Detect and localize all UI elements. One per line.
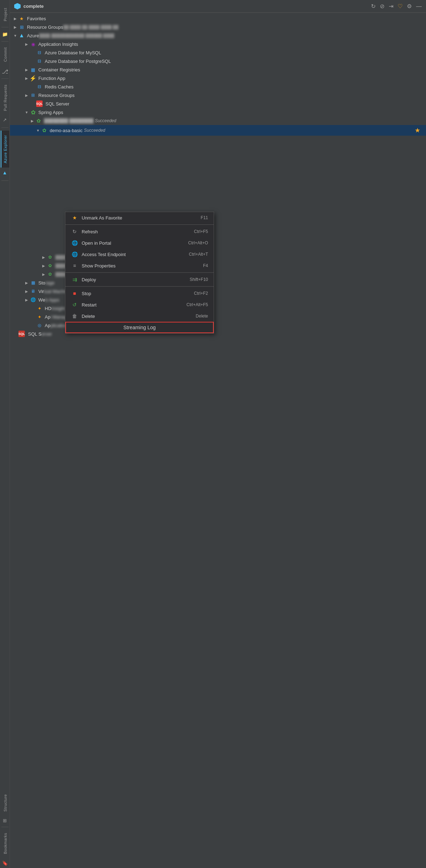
hd-label: HDInsight (45, 306, 65, 311)
mysql-label: Azure Database for MySQL (45, 50, 101, 55)
export-button[interactable]: ⇥ (389, 3, 393, 10)
azure-icon-tab[interactable]: ▲ (1, 168, 9, 178)
spring-instance-icon: ✿ (36, 118, 42, 124)
deploy-label: Deploy (82, 277, 190, 282)
tree-item-resource-groups-2[interactable]: ▶ ⊞ Resource Groups (10, 91, 426, 99)
filter-button[interactable]: ⊘ (380, 3, 384, 10)
spring-2-favorite-star[interactable]: ★ (412, 126, 423, 134)
sidebar-tab-structure[interactable]: Structure (1, 790, 9, 816)
favorite-button[interactable]: ♡ (398, 3, 403, 10)
context-menu-show-properties[interactable]: ≡ Show Properties F4 (65, 260, 214, 271)
sql-icon: SQL (36, 101, 43, 107)
access-test-shortcut: Ctrl+Alt+T (189, 252, 208, 257)
folder-icon[interactable]: 📁 (1, 29, 9, 40)
storage-icon: ▦ (30, 280, 36, 286)
context-menu-open-portal[interactable]: 🌐 Open in Portal Ctrl+Alt+O (65, 237, 214, 249)
chevron-right-icon: ▶ (13, 16, 18, 21)
tree-content: ▶ ★ Favorites ▶ ⊞ Resource Groups ██ ███… (10, 13, 426, 868)
separator-3 (65, 286, 214, 287)
tree-item-container-registries[interactable]: ▶ ▦ Container Registries (10, 65, 426, 74)
tree-item-redis[interactable]: ⊟ Redis Caches (10, 82, 426, 91)
unmark-favorite-label: Unmark As Favorite (82, 215, 201, 221)
spring-1-status: Succeeded (95, 118, 116, 123)
tree-item-postgresql[interactable]: ⊟ Azure Database for PostgreSQL (10, 57, 426, 65)
context-menu-stop[interactable]: ■ Stop Ctrl+F2 (65, 288, 214, 299)
sidebar-tab-commit[interactable]: Commit (1, 43, 9, 66)
context-menu-access-test[interactable]: 🌐 Access Test Endpoint Ctrl+Alt+T (65, 249, 214, 260)
context-menu-delete[interactable]: 🗑 Delete Delete (65, 310, 214, 322)
sidebar-tab-pull-requests[interactable]: Pull Requests (1, 80, 9, 115)
delete-label: Delete (82, 314, 196, 319)
tree-item-azure[interactable]: ▼ ▲ Azure ████ ████████████ ██████ ████ (10, 31, 426, 40)
app-insights-label: Application Insights (38, 42, 78, 47)
separator-1 (65, 224, 214, 225)
globe-icon: 🌐 (71, 240, 78, 246)
sidebar-tab-bookmarks[interactable]: Bookmarks (1, 829, 9, 858)
app-insights-icon: ◉ (30, 41, 36, 47)
vm-icon: 🖥 (30, 288, 36, 294)
favorites-label: Favorites (27, 16, 46, 21)
chevron-down-icon: ▼ (36, 128, 40, 133)
sql-s-icon: SQL (18, 331, 25, 337)
spring-2-status: Succeeded (84, 128, 105, 133)
context-menu-unmark-favorite[interactable]: ★ Unmark As Favorite F11 (65, 212, 214, 223)
context-menu-deploy[interactable]: ⇉ Deploy Shift+F10 (65, 274, 214, 285)
restart-icon: ↺ (71, 302, 78, 308)
restart-shortcut: Ctrl+Alt+F5 (186, 302, 208, 307)
refresh-button[interactable]: ↻ (371, 3, 376, 10)
spring-apps-label: Spring Apps (38, 110, 63, 115)
context-menu-restart[interactable]: ↺ Restart Ctrl+Alt+F5 (65, 299, 214, 310)
sql-s-label: SQL Server (28, 331, 52, 337)
refresh-shortcut: Ctrl+F5 (194, 229, 208, 234)
chevron-right-icon: ▶ (24, 67, 29, 72)
pr-icon[interactable]: ↗ (1, 115, 8, 125)
commit-icon[interactable]: ⎇ (0, 66, 10, 77)
settings-button[interactable]: ⚙ (407, 3, 412, 10)
tree-item-app-insights[interactable]: ▶ ◉ Application Insights (10, 40, 426, 48)
deploy-icon: ⇉ (71, 276, 78, 283)
redis-icon: ⊟ (36, 83, 43, 90)
azure-id: ████ ████████████ ██████ ████ (39, 33, 114, 38)
tree-item-spring-apps[interactable]: ▼ ✿ Spring Apps (10, 108, 426, 116)
sidebar-tab-project[interactable]: Project (1, 4, 9, 26)
structure-icon[interactable]: ⊞ (1, 816, 8, 825)
tree-item-mysql[interactable]: ⊟ Azure Database for MySQL (10, 48, 426, 57)
tree-item-favorites[interactable]: ▶ ★ Favorites (10, 14, 426, 23)
resource-groups-icon: ⊞ (18, 24, 25, 30)
function-icon: ⚡ (30, 75, 36, 81)
stop-shortcut: Ctrl+F2 (194, 291, 208, 296)
sidebar-tab-azure-explorer[interactable]: Azure Explorer (1, 131, 9, 168)
bookmark-icon[interactable]: 🔖 (1, 858, 9, 868)
azure-icon: ▲ (18, 32, 25, 39)
stop-label: Stop (82, 291, 194, 296)
spring-2-label: demo-asa-basic (50, 128, 83, 133)
tree-item-sql-server[interactable]: SQL SQL Server (10, 99, 426, 108)
restart-label: Restart (82, 302, 186, 308)
resource-groups-label: Resource Groups (27, 25, 63, 30)
far-left-sidebar: Project 📁 Commit ⎇ Pull Requests ↗ Azure… (0, 0, 10, 868)
properties-icon: ≡ (71, 263, 78, 268)
spring-instance-2-icon: ✿ (41, 127, 48, 134)
tree-item-function-app[interactable]: ▶ ⚡ Function App (10, 74, 426, 82)
access-test-label: Access Test Endpoint (82, 252, 189, 257)
chevron-down-icon: ▼ (24, 110, 29, 115)
show-properties-shortcut: F4 (203, 263, 208, 268)
tree-item-spring-1[interactable]: ▶ ✿ ████████ ████████ Succeeded (10, 116, 426, 125)
sql-server-label: SQL Server (45, 101, 69, 107)
show-properties-label: Show Properties (82, 263, 203, 268)
ap1-icon: ✦ (36, 314, 43, 320)
open-portal-label: Open in Portal (82, 240, 188, 246)
title-bar: complete ↻ ⊘ ⇥ ♡ ⚙ — (10, 0, 426, 13)
context-menu-refresh[interactable]: ↻ Refresh Ctrl+F5 (65, 226, 214, 237)
tree-item-resource-groups[interactable]: ▶ ⊞ Resource Groups ██ ████ ██ ████ ████… (10, 23, 426, 31)
chevron-right-icon: ▶ (24, 42, 29, 47)
open-portal-shortcut: Ctrl+Alt+O (188, 240, 208, 245)
spring-sub-3-icon: ✿ (47, 271, 53, 277)
minimize-button[interactable]: — (416, 3, 422, 10)
spring-sub-icon: ✿ (47, 254, 53, 260)
container-icon: ▦ (30, 66, 36, 73)
tree-item-spring-2-header[interactable]: ▼ ✿ demo-asa-basic Succeeded ★ (10, 125, 426, 136)
context-menu-streaming-log[interactable]: Streaming Log (65, 322, 214, 333)
refresh-label: Refresh (82, 229, 194, 234)
chevron-right-icon: ▶ (24, 76, 29, 81)
